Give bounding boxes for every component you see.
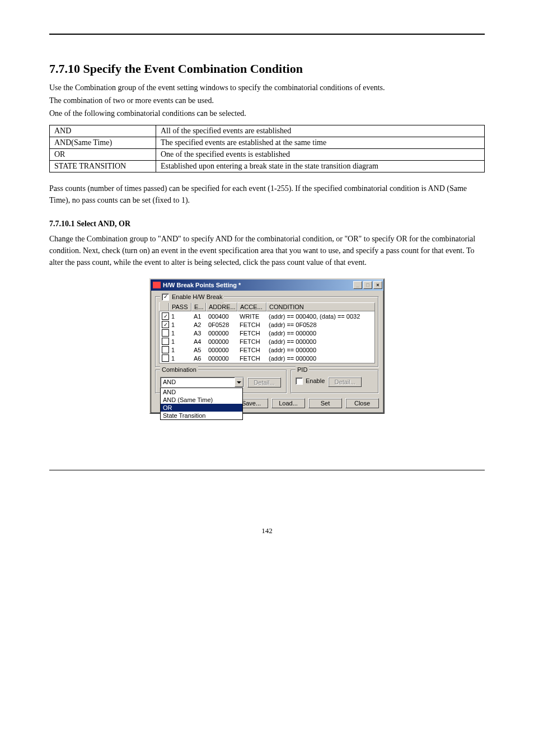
list-item[interactable]: ✓1A1000400WRITE(addr) == 000400, (data) … [160,312,374,320]
cell-acc: FETCH [237,347,266,353]
cell-acc: FETCH [237,321,266,328]
table-value: All of the specified events are establis… [156,125,485,137]
top-rule [49,34,485,35]
cell-e: A2 [191,321,206,328]
para-4: Pass counts (number of times passed) can… [49,183,485,206]
list-item[interactable]: 1A4000000FETCH(addr) == 000000 [160,337,374,346]
table-key: OR [50,149,156,161]
cell-cond: (addr) == 000000 [266,347,374,353]
cell-cond: (addr) == 0F0528 [266,321,374,328]
row-checkbox[interactable] [162,354,169,362]
cell-addr: 000000 [206,338,237,345]
para-2: The combination of two or more events ca… [49,95,485,106]
pid-enable-checkbox[interactable]: Enable [296,377,325,385]
event-list[interactable]: ✓1A1000400WRITE(addr) == 000400, (data) … [159,311,375,363]
enable-hw-break-checkbox[interactable]: ✓ Enable H/W Break [162,293,222,301]
dropdown-option[interactable]: AND [161,388,242,396]
combination-group: Combination AND ANDAND (Same Time)ORStat… [155,370,287,394]
pid-group: PID Enable Detail... [291,370,379,394]
list-item[interactable]: 1A3000000FETCH(addr) == 000000 [160,329,374,337]
app-icon [153,282,161,288]
cell-pass: 1 [169,338,191,345]
cell-addr: 000000 [206,355,237,362]
dropdown-option[interactable]: AND (Same Time) [161,396,242,404]
col-addr[interactable]: ADDRE... [206,302,237,311]
cell-e: A4 [191,338,206,345]
cell-acc: FETCH [237,338,266,345]
cell-addr: 000000 [206,330,237,337]
enable-label: Enable H/W Break [172,293,222,300]
minimize-button[interactable]: _ [353,281,362,289]
cell-e: A5 [191,347,206,353]
cell-pass: 1 [169,330,191,337]
combination-value: AND [161,377,235,387]
page-number: 142 [49,526,485,535]
list-item[interactable]: 1A6000000FETCH(addr) == 000000 [160,354,374,362]
row-checkbox[interactable] [162,338,169,345]
load-button[interactable]: Load... [271,398,305,408]
para-3: One of the following combinatorial condi… [49,108,485,119]
list-header: PASS E... ADDRE... ACCE... CONDITION [159,302,375,311]
row-checkbox[interactable]: ✓ [162,312,169,320]
col-cond[interactable]: CONDITION [266,302,375,311]
cell-e: A3 [191,330,206,337]
table-key: STATE TRANSITION [50,161,156,172]
combination-detail-button[interactable]: Detail... [247,377,281,388]
hw-break-dialog: H/W Break Points Setting * _ □ × ✓ Enabl… [149,278,385,414]
table-value: One of the specified events is establish… [156,149,485,161]
cell-acc: FETCH [237,355,266,362]
table-row: ANDAll of the specified events are estab… [50,125,485,137]
list-item[interactable]: 1A5000000FETCH(addr) == 000000 [160,346,374,354]
close-button[interactable]: Close [345,398,379,408]
col-pass[interactable]: PASS [169,302,191,311]
para-5: Change the Combination group to "AND" to… [49,233,485,268]
cell-cond: (addr) == 000000 [266,330,374,337]
dropdown-option[interactable]: OR [161,404,242,412]
row-checkbox[interactable] [162,329,169,337]
list-item[interactable]: ✓1A20F0528FETCH(addr) == 0F0528 [160,320,374,329]
cell-e: A6 [191,355,206,362]
table-key: AND(Same Time) [50,137,156,149]
table-value: Established upon entering a break state … [156,161,485,172]
enable-fieldset: ✓ Enable H/W Break PASS E... ADDRE... AC… [155,296,379,367]
bottom-rule [49,470,485,470]
pid-enable-label: Enable [306,377,325,384]
cell-acc: FETCH [237,330,266,337]
check-icon: ✓ [162,293,169,301]
pid-legend: PID [296,366,309,373]
combination-options[interactable]: ANDAND (Same Time)ORState Transition [160,388,243,420]
close-window-button[interactable]: × [373,281,382,289]
definitions-table: ANDAll of the specified events are estab… [49,125,485,172]
cell-acc: WRITE [237,313,266,320]
table-value: The specified events are established at … [156,137,485,149]
cell-addr: 000400 [206,313,237,320]
cell-cond: (addr) == 000400, (data) == 0032 [266,313,374,320]
table-row: AND(Same Time)The specified events are e… [50,137,485,149]
combination-dropdown[interactable]: AND ANDAND (Same Time)ORState Transition [160,377,244,388]
para-1: Use the Combination group of the event s… [49,82,485,94]
dropdown-option[interactable]: State Transition [161,412,242,419]
sub-heading: 7.7.10.1 Select AND, OR [49,220,485,228]
row-checkbox[interactable] [162,346,169,353]
col-acc[interactable]: ACCE... [237,302,266,311]
titlebar[interactable]: H/W Break Points Setting * _ □ × [151,279,383,291]
cell-addr: 000000 [206,347,237,353]
combination-legend: Combination [160,366,198,373]
cell-cond: (addr) == 000000 [266,355,374,362]
cell-e: A1 [191,313,206,320]
cell-pass: 1 [169,355,191,362]
table-key: AND [50,125,156,137]
set-button[interactable]: Set [308,398,342,408]
table-row: OROne of the specified events is establi… [50,149,485,161]
window-title: H/W Break Points Setting * [163,282,352,288]
table-row: STATE TRANSITIONEstablished upon enterin… [50,161,485,172]
col-e[interactable]: E... [191,302,206,311]
pid-detail-button[interactable]: Detail... [328,377,362,387]
section-heading: 7.7.10 Specify the Event Combination Con… [49,62,485,76]
chevron-down-icon[interactable] [235,377,243,387]
checkbox-icon [296,377,303,385]
cell-pass: 1 [169,313,191,320]
row-checkbox[interactable]: ✓ [162,321,169,328]
cell-pass: 1 [169,321,191,328]
maximize-button[interactable]: □ [363,281,372,289]
